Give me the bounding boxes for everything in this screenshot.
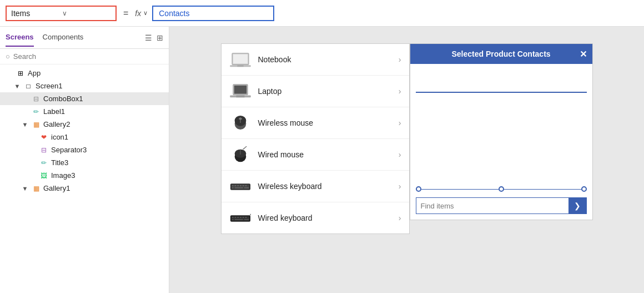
- tree-label-screen1: Screen1: [36, 82, 62, 90]
- sidebar-toolbar: ☰ ⊞: [145, 33, 163, 42]
- tree-item-app[interactable]: ⊞ App: [0, 67, 169, 80]
- tree-item-screen1[interactable]: ▼ □ Screen1: [0, 80, 169, 92]
- product-chevron-keyboard: ›: [399, 213, 401, 222]
- tree-item-icon1[interactable]: ❤ icon1: [0, 131, 169, 143]
- svg-rect-33: [245, 217, 246, 218]
- product-chevron-laptop: ›: [399, 87, 401, 96]
- tree-item-label1[interactable]: ✏ Label1: [0, 105, 169, 118]
- product-chevron-notebook: ›: [399, 55, 401, 64]
- svg-rect-29: [234, 217, 236, 218]
- tree-label-combobox1: ComboBox1: [43, 95, 83, 103]
- svg-rect-21: [242, 185, 244, 186]
- svg-rect-5: [234, 86, 246, 94]
- svg-rect-22: [245, 185, 246, 186]
- combobox-icon: ⊟: [31, 95, 41, 103]
- product-name-wmouse: Wireless mouse: [258, 118, 392, 127]
- svg-rect-24: [234, 187, 243, 188]
- tree-label-gallery2: Gallery2: [43, 120, 70, 128]
- panel-header: Selected Product Contacts ✕: [410, 44, 592, 64]
- dropdown-chevron-icon: ∨: [62, 9, 111, 17]
- product-chevron-wkeyboard: ›: [399, 182, 401, 191]
- svg-rect-19: [237, 185, 239, 186]
- tree-item-combobox1[interactable]: ⊟ ComboBox1: [0, 92, 169, 105]
- panel-body: ❯: [410, 64, 592, 220]
- find-items-button[interactable]: ❯: [568, 198, 586, 213]
- product-item-laptop[interactable]: Laptop ›: [222, 76, 409, 107]
- gallery1-icon: ▦: [31, 185, 41, 192]
- svg-rect-36: [244, 219, 249, 220]
- fx-bar: fx ∨: [135, 9, 148, 18]
- tab-components[interactable]: Components: [43, 28, 84, 47]
- tree-label-label1: Label1: [43, 107, 65, 116]
- product-item-mouse[interactable]: Wired mouse ›: [222, 139, 409, 171]
- panel-title: Selected Product Contacts: [451, 49, 550, 58]
- content-area: Notebook › Laptop ›: [169, 27, 644, 293]
- tree-label-icon1: icon1: [51, 133, 68, 141]
- tree-label-title3: Title3: [51, 158, 68, 167]
- product-chevron-mouse: ›: [399, 150, 401, 159]
- slider-track: [421, 189, 499, 190]
- fx-chevron-icon: ∨: [143, 9, 148, 17]
- main-layout: Screens Components ☰ ⊞ ○ ⊞ App ▼: [0, 27, 644, 293]
- items-label: Items: [11, 9, 60, 18]
- gallery-icon: ▦: [31, 121, 41, 128]
- search-input[interactable]: [13, 52, 163, 61]
- tree-arrow-screen1: ▼: [13, 83, 21, 90]
- slider-handle-mid[interactable]: [499, 186, 504, 192]
- sidebar: Screens Components ☰ ⊞ ○ ⊞ App ▼: [0, 27, 169, 293]
- slider-row: [416, 186, 587, 192]
- items-dropdown[interactable]: Items ∨: [6, 6, 117, 21]
- svg-rect-35: [234, 219, 243, 220]
- svg-rect-23: [232, 187, 233, 188]
- tree-arrow-gallery1: ▼: [21, 185, 29, 192]
- product-item-keyboard[interactable]: Wired keyboard ›: [222, 202, 409, 234]
- icon1-icon: ❤: [39, 133, 49, 141]
- search-box: ○: [0, 49, 169, 64]
- product-img-laptop: [229, 81, 251, 101]
- svg-rect-32: [242, 217, 244, 218]
- svg-rect-7: [236, 96, 244, 98]
- panel-close-button[interactable]: ✕: [580, 49, 587, 59]
- slider-handle-right[interactable]: [581, 186, 587, 192]
- product-img-notebook: [229, 49, 251, 69]
- equals-sign: =: [121, 8, 130, 18]
- product-name-wkeyboard: Wireless keyboard: [258, 182, 392, 191]
- svg-rect-1: [233, 54, 247, 64]
- product-item-wmouse[interactable]: Wireless mouse ›: [222, 107, 409, 139]
- tree-item-separator3[interactable]: ⊟ Separator3: [0, 143, 169, 156]
- title-icon: ✏: [39, 159, 49, 167]
- product-img-wmouse: [229, 113, 251, 133]
- tree-label-image3: Image3: [51, 171, 75, 180]
- svg-rect-30: [237, 217, 239, 218]
- product-img-mouse: [229, 145, 251, 165]
- formula-box[interactable]: Contacts: [152, 6, 274, 21]
- svg-rect-34: [232, 219, 233, 220]
- product-chevron-wmouse: ›: [399, 118, 401, 127]
- sidebar-tabs: Screens Components ☰ ⊞: [0, 27, 169, 49]
- product-item-notebook[interactable]: Notebook ›: [222, 44, 409, 76]
- list-view-icon[interactable]: ☰: [145, 33, 152, 42]
- svg-rect-28: [232, 217, 233, 218]
- svg-rect-17: [232, 185, 233, 186]
- grid-view-icon[interactable]: ⊞: [157, 33, 163, 42]
- product-name-notebook: Notebook: [258, 55, 392, 64]
- tree-arrow-gallery2: ▼: [21, 121, 29, 128]
- tree-item-gallery1[interactable]: ▼ ▦ Gallery1: [0, 182, 169, 195]
- tree-label-gallery1: Gallery1: [43, 184, 70, 192]
- fx-label: fx: [135, 9, 141, 18]
- product-list: Notebook › Laptop ›: [221, 43, 410, 234]
- svg-point-11: [239, 118, 242, 120]
- product-img-keyboard: [229, 208, 251, 228]
- tree-item-image3[interactable]: 🖼 Image3: [0, 169, 169, 182]
- tree-label-app: App: [28, 69, 41, 77]
- product-item-wkeyboard[interactable]: Wireless keyboard ›: [222, 171, 409, 202]
- tree-item-gallery2[interactable]: ▼ ▦ Gallery2: [0, 118, 169, 131]
- tree-item-title3[interactable]: ✏ Title3: [0, 156, 169, 169]
- tab-screens[interactable]: Screens: [6, 28, 34, 47]
- svg-rect-20: [240, 185, 242, 186]
- svg-rect-31: [240, 217, 242, 218]
- slider-handle-left[interactable]: [416, 186, 421, 192]
- search-icon: ○: [6, 52, 10, 61]
- find-items-input[interactable]: [416, 198, 568, 213]
- find-items-row: ❯: [416, 197, 587, 214]
